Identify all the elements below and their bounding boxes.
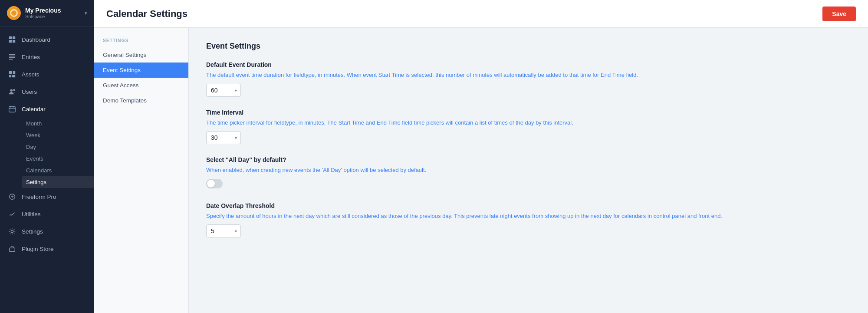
save-button[interactable]: Save <box>822 7 856 21</box>
sidebar-item-label-assets: Assets <box>22 71 39 78</box>
org-logo <box>7 6 21 20</box>
users-icon <box>8 87 16 96</box>
toggle-knob-allday <box>207 180 215 188</box>
utilities-icon <box>8 210 16 218</box>
svg-point-16 <box>11 230 13 232</box>
field-time-interval: Time Interval The time picker interval f… <box>206 109 851 145</box>
svg-rect-2 <box>9 40 12 43</box>
org-sub: Solspace <box>25 14 61 19</box>
svg-rect-0 <box>9 36 12 39</box>
svg-point-12 <box>10 89 13 92</box>
sidebar-item-entries[interactable]: Entries <box>0 48 94 66</box>
chevron-down-icon: ▾ <box>235 88 237 92</box>
sidebar-item-label-users: Users <box>22 89 37 95</box>
chevron-down-icon-3: ▾ <box>235 229 237 234</box>
settings-section-label: SETTINGS <box>94 36 188 47</box>
field-label-interval: Time Interval <box>206 109 851 116</box>
svg-rect-8 <box>9 71 12 74</box>
svg-rect-10 <box>9 75 11 77</box>
submenu-item-week[interactable]: Week <box>22 129 94 141</box>
field-desc-duration: The default event time duration for fiel… <box>206 71 851 79</box>
svg-rect-9 <box>13 71 15 74</box>
sidebar-item-settings[interactable]: Settings <box>0 223 94 240</box>
select-overlap-wrapper[interactable]: 0 1 2 3 4 5 6 7 8 ▾ <box>206 224 241 237</box>
select-interval[interactable]: 5 10 15 30 60 <box>211 134 226 141</box>
submenu-item-month[interactable]: Month <box>22 118 94 129</box>
calendar-icon <box>8 105 16 113</box>
main-content: Event Settings Default Event Duration Th… <box>189 28 868 313</box>
org-header[interactable]: My Precious Solspace ▾ <box>0 0 94 26</box>
sidebar-item-plugin-store[interactable]: Plugin Store <box>0 240 94 257</box>
select-duration-wrapper[interactable]: 15 30 45 60 90 120 ▾ <box>206 84 241 97</box>
org-name: My Precious <box>25 7 61 14</box>
field-all-day: Select "All Day" by default? When enable… <box>206 156 851 190</box>
svg-point-13 <box>13 89 15 91</box>
settings-nav-guest[interactable]: Guest Access <box>94 78 188 93</box>
svg-rect-1 <box>13 36 15 39</box>
submenu-item-events[interactable]: Events <box>22 153 94 165</box>
sidebar-item-label-plugin-store: Plugin Store <box>22 246 54 252</box>
field-date-overlap: Date Overlap Threshold Specify the amoun… <box>206 202 851 238</box>
submenu-item-day[interactable]: Day <box>22 141 94 153</box>
settings-nav-event[interactable]: Event Settings <box>94 63 188 78</box>
field-desc-allday: When enabled, when creating new events t… <box>206 166 851 175</box>
sidebar-nav: Dashboard Entries Assets Users <box>0 26 94 313</box>
settings-icon <box>8 227 16 236</box>
sidebar-item-label-settings: Settings <box>22 228 43 235</box>
section-title: Event Settings <box>206 42 851 51</box>
svg-rect-14 <box>9 107 15 112</box>
dashboard-icon <box>8 35 16 44</box>
svg-rect-11 <box>12 75 15 77</box>
submenu-item-settings[interactable]: Settings <box>22 176 94 188</box>
toggle-allday[interactable] <box>206 179 223 188</box>
svg-rect-7 <box>9 59 13 60</box>
select-interval-wrapper[interactable]: 5 10 15 30 60 ▾ <box>206 131 241 144</box>
plugin-icon <box>8 244 16 253</box>
sidebar: My Precious Solspace ▾ Dashboard Entries… <box>0 0 94 313</box>
field-desc-overlap: Specify the amount of hours in the next … <box>206 212 851 221</box>
submenu-item-calendars[interactable]: Calendars <box>22 165 94 176</box>
sidebar-item-dashboard[interactable]: Dashboard <box>0 31 94 48</box>
field-label-overlap: Date Overlap Threshold <box>206 202 851 209</box>
svg-rect-17 <box>10 248 15 251</box>
sidebar-item-label-freeform: Freeform Pro <box>22 194 56 200</box>
topbar: Calendar Settings Save <box>94 0 868 28</box>
settings-nav-general[interactable]: General Settings <box>94 47 188 63</box>
content-area: SETTINGS General Settings Event Settings… <box>94 28 868 313</box>
field-desc-interval: The time picker interval for fieldtype, … <box>206 119 851 127</box>
sidebar-item-calendar[interactable]: Calendar <box>0 100 94 118</box>
main-area: Calendar Settings Save SETTINGS General … <box>94 0 868 313</box>
sidebar-item-users[interactable]: Users <box>0 83 94 100</box>
settings-nav-demo[interactable]: Demo Templates <box>94 93 188 108</box>
field-label-duration: Default Event Duration <box>206 61 851 68</box>
sidebar-item-label-utilities: Utilities <box>22 211 41 217</box>
sidebar-item-freeform[interactable]: Freeform Pro <box>0 188 94 205</box>
sidebar-item-assets[interactable]: Assets <box>0 66 94 83</box>
assets-icon <box>8 70 16 79</box>
sidebar-item-label-dashboard: Dashboard <box>22 36 50 43</box>
sidebar-item-utilities[interactable]: Utilities <box>0 205 94 223</box>
select-duration[interactable]: 15 30 45 60 90 120 <box>211 87 229 94</box>
svg-rect-5 <box>9 56 15 56</box>
settings-sidebar: SETTINGS General Settings Event Settings… <box>94 28 189 313</box>
org-chevron: ▾ <box>85 10 87 16</box>
chevron-down-icon-2: ▾ <box>235 135 237 140</box>
toggle-allday-wrapper[interactable] <box>206 179 223 188</box>
calendar-submenu: Month Week Day Events Calendars Settings <box>0 118 94 188</box>
field-default-event-duration: Default Event Duration The default event… <box>206 61 851 97</box>
select-overlap[interactable]: 0 1 2 3 4 5 6 7 8 <box>211 227 222 234</box>
svg-rect-4 <box>9 54 15 55</box>
svg-rect-6 <box>9 57 15 58</box>
svg-rect-3 <box>13 40 15 43</box>
sidebar-item-label-entries: Entries <box>22 54 40 60</box>
freeform-icon <box>8 192 16 201</box>
page-title: Calendar Settings <box>106 8 187 20</box>
entries-icon <box>8 53 16 61</box>
org-info: My Precious Solspace <box>25 7 61 19</box>
sidebar-item-label-calendar: Calendar <box>22 106 46 112</box>
field-label-allday: Select "All Day" by default? <box>206 156 851 163</box>
